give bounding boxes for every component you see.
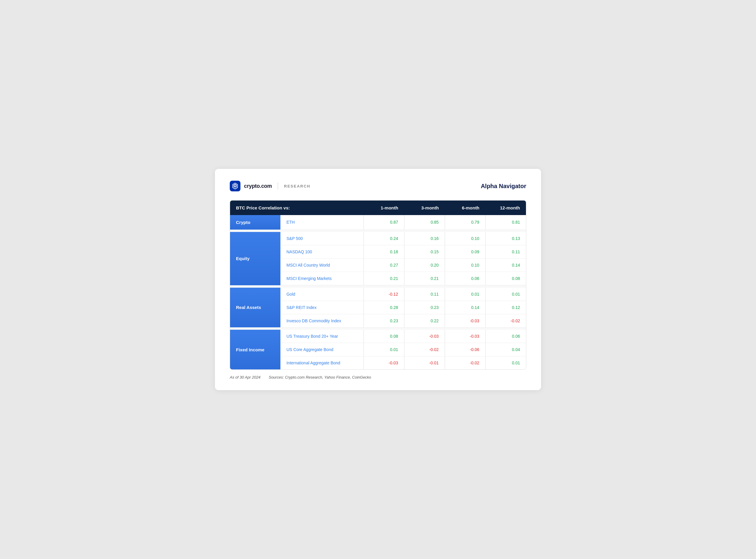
logo-area: crypto.com RESEARCH [230, 181, 310, 192]
value-cell-col1: -0.03 [364, 356, 404, 370]
value-cell-col4: 0.12 [485, 301, 526, 314]
category-cell-crypto: Crypto [230, 215, 280, 229]
value-cell-col3: -0.03 [445, 314, 485, 327]
category-cell-fixed-income: Fixed Income [230, 330, 280, 370]
value-cell-col1: 0.27 [364, 259, 404, 272]
value-cell-col2: -0.01 [404, 356, 445, 370]
value-cell-col4: 0.01 [485, 288, 526, 301]
value-cell-col3: 0.79 [445, 215, 485, 229]
section-gap [230, 327, 526, 330]
footer-sources: Sources: Crypto.com Research, Yahoo Fina… [268, 375, 371, 379]
value-cell-col2: 0.22 [404, 314, 445, 327]
value-cell-col4: 0.14 [485, 259, 526, 272]
value-cell-col3: 0.06 [445, 272, 485, 285]
col-12month: 12-month [485, 201, 526, 215]
category-cell-real-assets: Real Assets [230, 288, 280, 328]
correlation-table: BTC Price Correlation vs: 1-month 3-mont… [230, 201, 526, 370]
value-cell-col4: 0.04 [485, 343, 526, 356]
main-card: crypto.com RESEARCH Alpha Navigator BTC … [215, 169, 541, 390]
asset-name-cell: MSCI All Country World [280, 259, 364, 272]
value-cell-col1: 0.24 [364, 232, 404, 245]
value-cell-col2: 0.11 [404, 288, 445, 301]
value-cell-col2: 0.16 [404, 232, 445, 245]
table-wrapper: BTC Price Correlation vs: 1-month 3-mont… [230, 200, 526, 370]
value-cell-col1: 0.87 [364, 215, 404, 229]
value-cell-col2: 0.15 [404, 245, 445, 259]
category-cell-equity: Equity [230, 232, 280, 285]
asset-name-cell: Invesco DB Commodity Index [280, 314, 364, 327]
value-cell-col3: 0.09 [445, 245, 485, 259]
value-cell-col2: -0.02 [404, 343, 445, 356]
alpha-navigator-label: Alpha Navigator [481, 183, 526, 189]
value-cell-col1: -0.12 [364, 288, 404, 301]
value-cell-col1: 0.08 [364, 330, 404, 343]
table-footer: As of 30 Apr 2024 Sources: Crypto.com Re… [230, 375, 526, 379]
asset-name-cell: S&P 500 [280, 232, 364, 245]
asset-name-cell: ETH [280, 215, 364, 229]
logo-text: crypto.com [244, 183, 272, 189]
table-row: EquityS&P 5000.240.160.100.13 [230, 232, 526, 245]
asset-name-cell: International Aggregate Bond [280, 356, 364, 370]
value-cell-col4: 0.08 [485, 272, 526, 285]
asset-name-cell: NASDAQ 100 [280, 245, 364, 259]
footer-date: As of 30 Apr 2024 [230, 375, 261, 379]
value-cell-col3: 0.10 [445, 232, 485, 245]
col-1month: 1-month [364, 201, 404, 215]
research-label: RESEARCH [284, 184, 310, 188]
value-cell-col4: 0.01 [485, 356, 526, 370]
value-cell-col2: 0.20 [404, 259, 445, 272]
asset-name-cell: Gold [280, 288, 364, 301]
value-cell-col3: -0.06 [445, 343, 485, 356]
col-3month: 3-month [404, 201, 445, 215]
value-cell-col3: -0.02 [445, 356, 485, 370]
value-cell-col1: 0.21 [364, 272, 404, 285]
value-cell-col4: 0.13 [485, 232, 526, 245]
value-cell-col3: 0.01 [445, 288, 485, 301]
value-cell-col1: 0.01 [364, 343, 404, 356]
table-row: CryptoETH0.870.850.790.81 [230, 215, 526, 229]
value-cell-col4: 0.11 [485, 245, 526, 259]
col-6month: 6-month [445, 201, 485, 215]
table-row: Real AssetsGold-0.120.110.010.01 [230, 288, 526, 301]
value-cell-col1: 0.18 [364, 245, 404, 259]
value-cell-col2: 0.85 [404, 215, 445, 229]
table-row: Fixed IncomeUS Treasury Bond 20+ Year0.0… [230, 330, 526, 343]
value-cell-col1: 0.28 [364, 301, 404, 314]
asset-name-cell: US Treasury Bond 20+ Year [280, 330, 364, 343]
value-cell-col2: 0.23 [404, 301, 445, 314]
value-cell-col4: 0.06 [485, 330, 526, 343]
crypto-logo-icon [230, 181, 240, 192]
asset-name-cell: S&P REIT Index [280, 301, 364, 314]
value-cell-col4: -0.02 [485, 314, 526, 327]
value-cell-col3: 0.14 [445, 301, 485, 314]
value-cell-col2: 0.21 [404, 272, 445, 285]
value-cell-col3: -0.03 [445, 330, 485, 343]
section-gap [230, 229, 526, 232]
value-cell-col3: 0.10 [445, 259, 485, 272]
section-gap [230, 285, 526, 288]
header: crypto.com RESEARCH Alpha Navigator [230, 181, 526, 192]
asset-name-cell: US Core Aggregate Bond [280, 343, 364, 356]
value-cell-col2: -0.03 [404, 330, 445, 343]
table-title-col: BTC Price Correlation vs: [230, 201, 364, 215]
value-cell-col1: 0.23 [364, 314, 404, 327]
value-cell-col4: 0.81 [485, 215, 526, 229]
asset-name-cell: MSCI Emerging Markets [280, 272, 364, 285]
table-header-row: BTC Price Correlation vs: 1-month 3-mont… [230, 201, 526, 215]
